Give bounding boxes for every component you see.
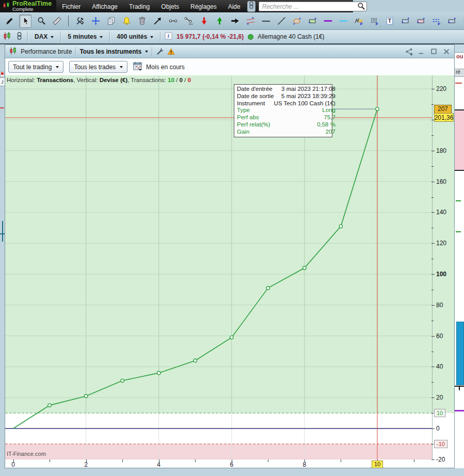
svg-text:i: i <box>168 33 169 39</box>
ruler-icon[interactable] <box>51 15 62 27</box>
y-axis-tick <box>431 321 434 321</box>
market-open-dot-icon <box>248 34 253 40</box>
trade-filter-dropdown[interactable]: Tous les trades <box>69 61 127 73</box>
chain-icon[interactable] <box>15 32 23 41</box>
trade-point <box>194 359 197 362</box>
equity-curve <box>13 109 378 429</box>
cyan-line-icon[interactable] <box>338 15 349 27</box>
horizontal-line-icon[interactable] <box>260 15 271 27</box>
menu-item-fichier[interactable]: Fichier <box>56 3 86 10</box>
move-icon[interactable] <box>90 15 101 27</box>
menu-item-reglages[interactable]: Réglages <box>185 3 222 10</box>
x-axis-label: 0 <box>7 461 20 468</box>
chart-axis-info: Horizontal: Transactions, Vertical: Devi… <box>7 77 191 83</box>
y-axis-label: 40 <box>436 363 443 370</box>
background-axis-tick <box>0 233 5 234</box>
extended-line-icon[interactable] <box>183 15 194 27</box>
trade-point <box>339 225 342 228</box>
window-title-bar: Performance brute Tous les instruments <box>5 45 454 58</box>
tooltip-row: Date d'entrée3 mai 2023 21:17:08 <box>237 86 335 93</box>
blue-zone2-icon[interactable] <box>446 15 457 27</box>
y-axis-tick <box>431 89 435 89</box>
instrument-name: Allemagne 40 Cash (1€) <box>258 33 324 40</box>
blue-zone-icon[interactable] <box>399 15 411 27</box>
trade-point <box>48 404 51 407</box>
x-axis-label: 8 <box>298 461 311 468</box>
tooltip-row: InstrumentUS Tech 100 Cash (1€) <box>237 100 335 107</box>
y-axis-label: -20 <box>436 456 445 463</box>
alert-bell-icon[interactable] <box>121 15 132 27</box>
menu-item-aide[interactable]: Aide <box>222 3 246 10</box>
y-axis-tick <box>431 259 434 259</box>
candlestick-icon <box>9 47 17 56</box>
link-windows-button[interactable] <box>247 1 255 12</box>
menu-bar: ProRealTime Complete FichierAffichageTra… <box>0 0 464 12</box>
segment-icon[interactable] <box>167 15 179 27</box>
x-axis-tick <box>341 459 341 462</box>
symbol-dropdown[interactable]: DAX <box>32 33 56 40</box>
tooltip-row: TypeLong <box>237 107 335 114</box>
calendar-icon[interactable] <box>133 61 142 73</box>
oblique-line-icon[interactable] <box>276 15 287 27</box>
dashed-line-icon[interactable]: F <box>461 15 464 27</box>
y-axis-background[interactable] <box>432 413 454 459</box>
winning-trades-count: 10 <box>168 77 174 83</box>
menu-items: FichierAffichageTradingObjetsRéglagesAid… <box>56 2 246 11</box>
zoom-icon[interactable] <box>36 15 47 27</box>
purple-line-icon[interactable] <box>322 15 333 27</box>
units-dropdown[interactable]: 400 unités <box>114 33 156 40</box>
fibonacci-levels-icon[interactable]: F <box>369 15 380 27</box>
pink-zone-icon[interactable] <box>415 15 426 27</box>
settings-tools-icon[interactable] <box>74 15 86 27</box>
y-axis-label: 20 <box>436 394 443 401</box>
menu-item-trading[interactable]: Trading <box>123 3 155 10</box>
losing-trades-count: 0 <box>187 77 190 83</box>
y-axis-label: 160 <box>436 178 446 185</box>
fibonacci-icon[interactable]: F <box>353 15 364 27</box>
x-axis-label: 6 <box>226 461 238 468</box>
trading-scope-dropdown[interactable]: Tout le trading <box>8 61 63 73</box>
candlestick-logo-icon <box>3 2 10 11</box>
settings-wrench-icon[interactable] <box>156 47 164 55</box>
y-axis-tick <box>431 135 434 136</box>
menu-item-objets[interactable]: Objets <box>155 3 185 10</box>
trash-icon[interactable] <box>136 15 148 27</box>
y-axis-tick <box>431 429 435 429</box>
rectangle-icon[interactable] <box>307 15 318 27</box>
instrument-filter-dropdown[interactable]: Tous les instruments <box>79 48 148 55</box>
buy-arrow-icon[interactable] <box>214 15 225 27</box>
channel-icon[interactable] <box>245 15 256 27</box>
close-button[interactable] <box>442 47 450 55</box>
trend-line-icon[interactable] <box>152 15 163 27</box>
share-icon[interactable] <box>405 47 413 55</box>
dashed-levels-icon[interactable]: F <box>430 15 442 27</box>
chevron-down-icon <box>120 66 123 70</box>
y-axis-tick <box>431 444 434 445</box>
background-header: ré <box>455 69 464 77</box>
crosshair-y-label: 201,36 <box>434 113 454 122</box>
minimize-button[interactable] <box>418 47 425 55</box>
text-tool-icon[interactable]: T <box>384 15 395 27</box>
menu-item-affichage[interactable]: Affichage <box>86 3 123 10</box>
x-axis-tick <box>414 459 414 462</box>
cursor-icon[interactable] <box>19 14 31 28</box>
copy-icon[interactable] <box>105 15 117 27</box>
info-icon[interactable]: i <box>165 32 172 41</box>
timeframe-dropdown[interactable]: 5 minutes <box>65 33 105 40</box>
background-window-button <box>0 71 5 77</box>
ellipse-icon[interactable] <box>291 15 302 27</box>
sell-arrow-icon[interactable] <box>198 15 210 27</box>
draw-pencil-icon[interactable] <box>4 15 15 27</box>
search-input[interactable] <box>259 2 367 11</box>
y-axis-tick <box>431 104 434 105</box>
performance-plot[interactable] <box>5 75 432 459</box>
search-icon[interactable] <box>357 2 365 12</box>
right-arrow-icon[interactable] <box>229 15 241 27</box>
warning-icon[interactable] <box>167 47 175 55</box>
maximize-button[interactable] <box>430 47 438 55</box>
trade-tooltip: Date d'entrée3 mai 2023 21:17:08Date de … <box>234 84 332 137</box>
y-axis-tick <box>431 243 435 244</box>
trade-point <box>303 266 306 269</box>
y-axis-tick <box>431 228 434 228</box>
background-blue-bar <box>456 322 464 385</box>
